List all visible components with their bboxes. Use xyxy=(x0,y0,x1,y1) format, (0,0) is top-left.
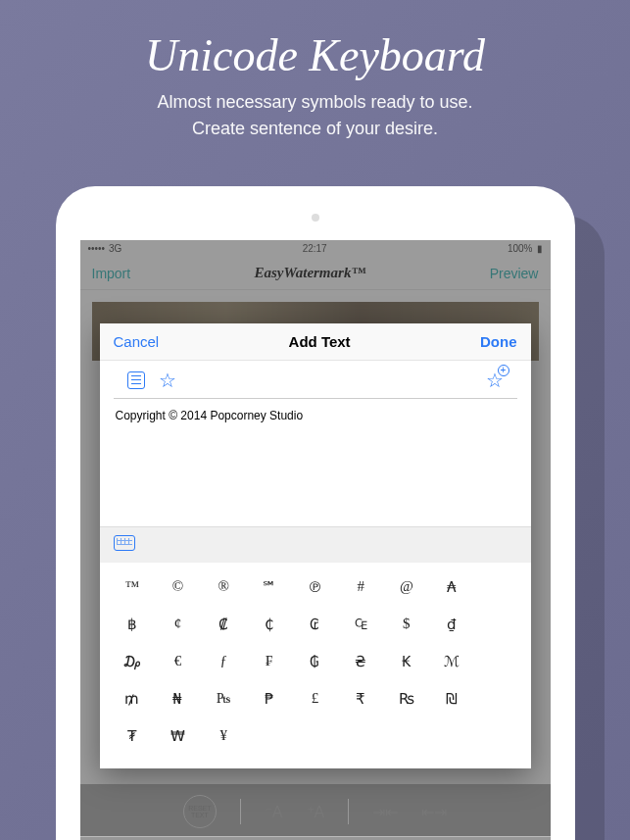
camera-dot xyxy=(312,214,319,222)
symbol-key xyxy=(384,717,430,755)
star-add-icon[interactable]: ☆ xyxy=(486,369,504,392)
symbol-key[interactable]: ₢ xyxy=(292,606,338,643)
symbol-key[interactable]: ₠ xyxy=(338,606,384,643)
symbol-key[interactable]: ₥ xyxy=(110,680,156,717)
symbol-key[interactable]: ¢ xyxy=(155,606,201,643)
symbol-key xyxy=(475,606,521,643)
symbol-key[interactable]: £ xyxy=(292,680,338,717)
symbol-key xyxy=(475,568,521,606)
keyboard-section: ™©®℠℗#@₳฿¢₡₵₢₠$₫₯€ƒ₣₲₴₭ℳ₥₦₧₱£₹₨₪₮₩¥ xyxy=(100,526,531,768)
reset-text-button[interactable]: RESET TEXT xyxy=(183,795,217,828)
symbol-key[interactable]: ₡ xyxy=(201,606,247,643)
symbol-key[interactable]: ₩ xyxy=(155,717,201,755)
tab-bar: ▢ © ⇧ ••• xyxy=(80,836,551,840)
symbol-key[interactable]: ® xyxy=(201,568,247,606)
symbol-key[interactable]: ₹ xyxy=(338,680,384,717)
decrease-size-icon[interactable]: ⁻A xyxy=(265,803,283,821)
symbol-key[interactable]: ℗ xyxy=(292,568,338,606)
bottom-toolbar-area: RESET TEXT ⁻A ⁺A ⇥⇤ ⇤⇥ ▢ © ⇧ ••• xyxy=(80,784,551,840)
symbol-key[interactable]: ₨ xyxy=(384,680,430,717)
symbol-key[interactable]: ₫ xyxy=(429,606,475,643)
text-tools-row: RESET TEXT ⁻A ⁺A ⇥⇤ ⇤⇥ xyxy=(80,787,551,836)
list-icon[interactable] xyxy=(127,371,145,389)
symbol-key[interactable]: ℠ xyxy=(247,568,293,606)
symbol-key xyxy=(292,717,338,755)
symbol-key[interactable]: ₣ xyxy=(247,643,293,680)
symbol-key xyxy=(475,643,521,680)
add-text-modal: Cancel Add Text Done ☆ ☆ Copyright © 201… xyxy=(100,323,531,768)
symbol-keyboard: ™©®℠℗#@₳฿¢₡₵₢₠$₫₯€ƒ₣₲₴₭ℳ₥₦₧₱£₹₨₪₮₩¥ xyxy=(100,563,531,768)
symbol-key[interactable]: ₴ xyxy=(338,643,384,680)
increase-size-icon[interactable]: ⁺A xyxy=(307,803,325,821)
symbol-key[interactable]: ™ xyxy=(110,568,156,606)
symbol-key xyxy=(338,717,384,755)
modal-header: Cancel Add Text Done xyxy=(100,323,531,361)
promo-subtitle: Almost necessary symbols ready to use. C… xyxy=(20,89,610,142)
symbol-key xyxy=(475,680,521,717)
symbol-key[interactable]: ¥ xyxy=(201,717,247,755)
device-screen: ••••• 3G 22:17 100% ▮ Import EasyWaterma… xyxy=(80,240,551,840)
keyboard-toggle-icon[interactable] xyxy=(114,535,135,551)
symbol-key[interactable]: ℳ xyxy=(429,643,475,680)
symbol-key xyxy=(475,717,521,755)
symbol-key[interactable]: ₭ xyxy=(384,643,430,680)
symbol-key[interactable]: € xyxy=(155,643,201,680)
ipad-frame: ••••• 3G 22:17 100% ▮ Import EasyWaterma… xyxy=(56,186,575,840)
widen-icon[interactable]: ⇤⇥ xyxy=(421,803,447,821)
symbol-key[interactable]: © xyxy=(155,568,201,606)
promo-header: Unicode Keyboard Almost necessary symbol… xyxy=(0,0,630,157)
symbol-key[interactable]: ₳ xyxy=(429,568,475,606)
symbol-key[interactable]: ₪ xyxy=(429,680,475,717)
text-input[interactable]: Copyright © 2014 Popcorney Studio xyxy=(100,399,531,526)
symbol-key[interactable]: # xyxy=(338,568,384,606)
modal-overlay: Cancel Add Text Done ☆ ☆ Copyright © 201… xyxy=(80,240,551,840)
symbol-key[interactable]: ₮ xyxy=(110,717,156,755)
symbol-key[interactable]: ƒ xyxy=(201,643,247,680)
promo-title: Unicode Keyboard xyxy=(20,29,610,81)
symbol-key xyxy=(247,717,293,755)
symbol-key[interactable]: ₲ xyxy=(292,643,338,680)
cancel-button[interactable]: Cancel xyxy=(114,333,160,350)
symbol-key[interactable]: ₯ xyxy=(110,643,156,680)
symbol-key[interactable]: ₦ xyxy=(155,680,201,717)
symbol-key[interactable]: @ xyxy=(384,568,430,606)
done-button[interactable]: Done xyxy=(480,333,517,350)
symbol-key[interactable]: ₵ xyxy=(247,606,293,643)
text-toolbar: ☆ ☆ xyxy=(114,361,517,399)
symbol-key[interactable]: ฿ xyxy=(110,606,156,643)
modal-title: Add Text xyxy=(289,333,351,350)
symbol-key[interactable]: ₱ xyxy=(247,680,293,717)
star-icon[interactable]: ☆ xyxy=(159,369,176,392)
symbol-key[interactable]: ₧ xyxy=(201,680,247,717)
symbol-key xyxy=(429,717,475,755)
narrow-icon[interactable]: ⇥⇤ xyxy=(372,803,398,821)
symbol-key[interactable]: $ xyxy=(384,606,430,643)
